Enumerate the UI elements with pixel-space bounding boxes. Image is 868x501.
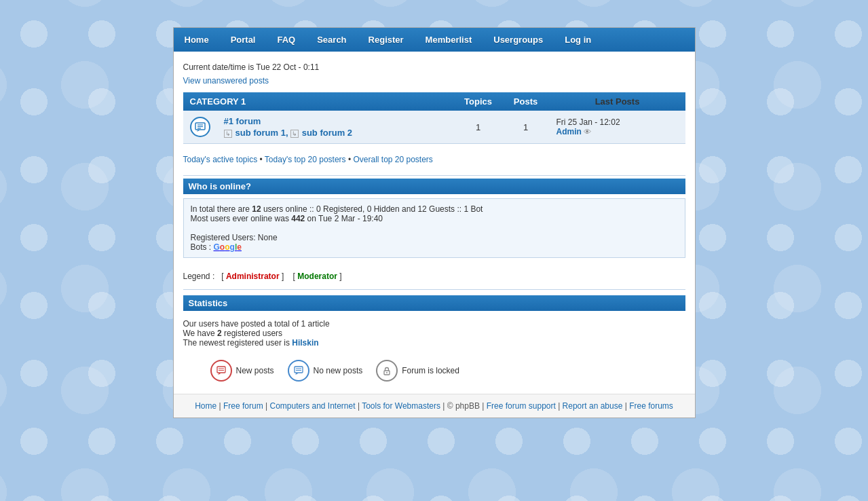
last-post-icon: 👁 — [584, 128, 591, 136]
nav-home[interactable]: Home — [174, 28, 220, 52]
stats-line3: The newest registered user is Hilskin — [183, 338, 685, 348]
last-post-user-link[interactable]: Admin — [556, 127, 582, 136]
nav-search[interactable]: Search — [306, 28, 357, 52]
col-lastpost-header: Last Posts — [550, 92, 685, 111]
forum-row: #1 forum ↳ sub forum 1, ↳ sub forum 2 1 … — [183, 111, 685, 144]
forum-lastpost-cell: Fri 25 Jan - 12:02 Admin 👁 — [550, 111, 685, 144]
admin-close: ] — [280, 272, 284, 281]
main-content: Current date/time is Tue 22 Oct - 0:11 V… — [174, 52, 695, 394]
stats-line1: Our users have posted a total of 1 artic… — [183, 319, 685, 329]
today-top20-link[interactable]: Today's top 20 posters — [265, 155, 346, 164]
mod-label: Moderator — [297, 272, 337, 281]
footer-computers-link[interactable]: Computers and Internet — [269, 401, 355, 411]
subforum-icon-2: ↳ — [290, 130, 299, 138]
footer: Home | Free forum | Computers and Intern… — [174, 394, 695, 418]
active-links-section: Today's active topics • Today's top 20 p… — [183, 152, 685, 172]
stats-line3-prefix: The newest registered user is — [183, 338, 293, 348]
statistics-title: Statistics — [183, 295, 685, 311]
stats-line2: We have 2 registered users — [183, 329, 685, 338]
view-unanswered-section: View unanswered posts — [183, 73, 685, 92]
svg-rect-4 — [217, 367, 225, 373]
locked-forum-label: Forum is locked — [402, 366, 459, 375]
bots-line: Bots : Google — [191, 242, 678, 252]
locked-forum-legend: Forum is locked — [376, 360, 459, 382]
new-posts-legend: New posts — [210, 360, 274, 382]
statistics-section: Statistics Our users have posted a total… — [183, 295, 685, 352]
no-new-posts-icon — [288, 360, 309, 382]
online-text1: In total there are — [191, 204, 252, 214]
legend-section: Legend : [ Administrator ] [ Moderator ] — [183, 266, 685, 286]
stats-line2-suffix: registered users — [222, 329, 282, 338]
subforums: ↳ sub forum 1, ↳ sub forum 2 — [224, 128, 448, 138]
max-online-line: Most users ever online was 442 on Tue 2 … — [191, 214, 678, 223]
category-name: CATEGORY 1 — [183, 92, 455, 111]
max-online-text4: on Tue 2 Mar - 19:40 — [305, 214, 383, 223]
subforum-icon-1: ↳ — [224, 130, 232, 138]
stats-registered-count: 2 — [217, 329, 222, 338]
footer-free-forum-link[interactable]: Free forum — [223, 401, 263, 411]
divider-1 — [183, 175, 685, 176]
subforum1-link[interactable]: sub forum 1, — [235, 128, 288, 138]
no-new-posts-icon-svg — [293, 365, 304, 376]
category-header-row: CATEGORY 1 Topics Posts Last Posts — [183, 92, 685, 111]
today-active-link[interactable]: Today's active topics — [183, 155, 258, 164]
online-stats-line: In total there are 12 users online :: 0 … — [191, 204, 678, 214]
footer-phpbb: © phpBB — [447, 401, 480, 411]
bots-label: Bots : — [191, 242, 214, 252]
max-online-text3: Most users ever online was — [191, 214, 292, 223]
online-text2: users online :: 0 Registered, 0 Hidden a… — [261, 204, 483, 214]
admin-open: [ — [221, 272, 226, 281]
newest-user-link[interactable]: Hilskin — [292, 338, 318, 348]
forum-container: Home Portal FAQ Search Register Memberli… — [173, 27, 696, 418]
forum-icon-svg — [194, 121, 206, 133]
footer-home-link[interactable]: Home — [195, 401, 216, 411]
admin-label: Administrator — [226, 272, 280, 281]
svg-point-11 — [386, 372, 388, 373]
col-posts-header: Posts — [502, 92, 550, 111]
footer-free-forums-link[interactable]: Free forums — [629, 401, 673, 411]
forum-title-link[interactable]: #1 forum — [224, 116, 261, 126]
nav-bar: Home Portal FAQ Search Register Memberli… — [174, 28, 695, 52]
forum-title-cell: #1 forum ↳ sub forum 1, ↳ sub forum 2 — [217, 111, 455, 144]
subforum2-link[interactable]: sub forum 2 — [302, 128, 352, 138]
forum-topics-count: 1 — [455, 111, 502, 144]
datetime-text: Current date/time is Tue 22 Oct - 0:11 — [183, 58, 685, 73]
max-online-count: 442 — [291, 214, 305, 223]
forum-posts-count: 1 — [502, 111, 550, 144]
locked-forum-icon — [376, 360, 398, 382]
registered-users-line: Registered Users: None — [191, 233, 678, 242]
stats-line2-prefix: We have — [183, 329, 217, 338]
view-unanswered-link[interactable]: View unanswered posts — [183, 76, 269, 86]
new-posts-icon-svg — [216, 365, 227, 376]
divider-2 — [183, 289, 685, 290]
who-online-title: Who is online? — [183, 179, 685, 194]
nav-login[interactable]: Log in — [554, 28, 602, 52]
nav-memberlist[interactable]: Memberlist — [415, 28, 483, 52]
last-post-date: Fri 25 Jan - 12:02 — [556, 117, 620, 127]
statistics-content: Our users have posted a total of 1 artic… — [183, 315, 685, 352]
col-topics-header: Topics — [455, 92, 502, 111]
online-box: In total there are 12 users online :: 0 … — [183, 198, 685, 258]
new-posts-forum-icon — [190, 117, 210, 137]
nav-register[interactable]: Register — [358, 28, 415, 52]
google-bot-link[interactable]: Google — [214, 242, 242, 252]
no-new-posts-legend: No new posts — [288, 360, 363, 382]
footer-abuse-link[interactable]: Report an abuse — [563, 401, 623, 411]
category-table: CATEGORY 1 Topics Posts Last Posts — [183, 92, 685, 144]
nav-portal[interactable]: Portal — [220, 28, 267, 52]
nav-faq[interactable]: FAQ — [266, 28, 306, 52]
icons-legend-section: New posts No new posts — [183, 352, 685, 387]
svg-rect-7 — [295, 367, 303, 373]
legend-label: Legend : — [183, 272, 215, 281]
overall-top20-link[interactable]: Overall top 20 posters — [353, 155, 432, 164]
locked-icon-svg — [381, 365, 392, 376]
mod-close: ] — [337, 272, 342, 281]
no-new-posts-label: No new posts — [314, 366, 363, 375]
forum-icon-cell — [183, 111, 217, 144]
separator-1: • — [260, 155, 265, 164]
footer-tools-link[interactable]: Tools for Webmasters — [362, 401, 440, 411]
new-posts-icon — [210, 360, 232, 382]
nav-usergroups[interactable]: Usergroups — [483, 28, 554, 52]
online-count: 12 — [252, 204, 261, 214]
footer-support-link[interactable]: Free forum support — [487, 401, 556, 411]
